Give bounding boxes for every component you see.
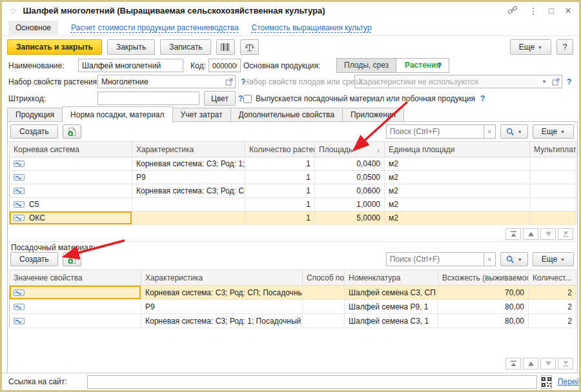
open-icon — [552, 78, 560, 86]
fruit-props-dropdown-button[interactable]: ▼ — [538, 75, 551, 88]
chevron-down-icon: ▼ — [560, 257, 565, 262]
go-to-site-link[interactable]: Перейти — [558, 377, 581, 386]
fruit-props-label: Набор свойств плодов или среза: — [243, 77, 364, 86]
chevron-down-icon: ▼ — [538, 45, 542, 50]
name-field[interactable] — [78, 59, 183, 72]
table-row[interactable]: Корневая система: С3; Род: СП; Посадочны… — [10, 184, 576, 198]
nav-tab-main[interactable]: Основное — [8, 21, 58, 35]
move-top-button[interactable] — [505, 358, 521, 369]
search-input-material[interactable] — [386, 252, 484, 266]
table-row[interactable]: Корневая система: С3; Род: 1; Посадочный… — [10, 314, 576, 328]
move-top-button[interactable] — [505, 228, 521, 240]
save-and-close-button[interactable]: Записать и закрыть — [7, 39, 102, 55]
move-down-button[interactable] — [540, 358, 556, 369]
save-button[interactable]: Записать — [160, 39, 211, 55]
move-up-button[interactable] — [523, 228, 538, 240]
move-down-button[interactable] — [540, 228, 556, 240]
col-characteristic[interactable]: Характеристика — [141, 270, 303, 286]
refresh-icon — [67, 127, 77, 137]
planting-material-checkbox[interactable] — [243, 95, 252, 103]
table-row[interactable]: Р9 Шалфей семена Р9, 1 80,00 2 — [10, 300, 576, 314]
plant-props-field[interactable] — [97, 75, 224, 88]
col-area[interactable]: Площадь↓ — [315, 142, 385, 157]
barcode-button[interactable] — [216, 39, 235, 55]
move-up-button[interactable] — [523, 358, 538, 369]
scales-icon — [245, 43, 254, 52]
col-nomenclature[interactable]: Номенклатура — [345, 270, 438, 286]
clear-search-icon[interactable]: × — [484, 124, 496, 139]
tab-additional-props[interactable]: Дополнительные свойства — [230, 108, 343, 122]
qr-code-icon — [542, 377, 551, 387]
characteristic-icon — [14, 318, 25, 324]
nav-link-cost-calc[interactable]: Расчет стоимости продукции растениеводст… — [71, 23, 239, 32]
code-label: Код: — [190, 61, 206, 70]
refresh-button-norms[interactable] — [63, 124, 81, 139]
help-icon-main-product[interactable]: ? — [436, 61, 443, 70]
close-icon[interactable]: × — [565, 5, 571, 16]
menu-kebab-icon[interactable]: ⋮ — [529, 6, 538, 15]
table-row[interactable]: С5 1 1,0000 м2 — [10, 198, 576, 211]
close-button[interactable]: Закрыть — [107, 39, 155, 55]
help-button[interactable]: ? — [556, 39, 573, 55]
search-box-material: × — [386, 252, 496, 266]
tab-cost-accounting[interactable]: Учет затрат — [172, 108, 231, 122]
open-fruit-props-button[interactable] — [550, 75, 562, 88]
main-product-option-fruits[interactable]: Плоды, срез — [337, 59, 396, 72]
chevron-down-icon: ▼ — [560, 130, 565, 134]
help-icon-checkbox[interactable]: ? — [479, 94, 486, 103]
characteristic-icon — [14, 201, 25, 208]
col-multiplates[interactable]: Мультиплаты — [530, 142, 576, 157]
table-row[interactable]: Корневая система: С3; Род: 1; Посадочный… — [10, 157, 576, 171]
table-row-selected[interactable]: Корневая система: С3; Род: СП; Посадочны… — [10, 286, 576, 300]
color-button[interactable]: Цвет — [204, 91, 236, 106]
search-options-button-material[interactable]: ▼ — [500, 252, 528, 266]
move-bottom-button[interactable] — [558, 228, 573, 240]
help-icon-fruit-props[interactable]: ? — [566, 77, 573, 86]
table-row[interactable]: Р9 1 0,0500 м2 — [10, 171, 576, 184]
link-icon[interactable] — [507, 5, 518, 16]
move-bottom-button[interactable] — [558, 358, 573, 369]
create-button-norms[interactable]: Создать — [10, 124, 58, 139]
tab-attachments[interactable]: Приложения — [342, 108, 404, 122]
command-bar: Записать и закрыть Закрыть Записать — [7, 39, 259, 55]
chevron-down-icon: ▼ — [518, 130, 522, 134]
clear-search-icon[interactable]: × — [484, 252, 496, 266]
plant-props-label: Набор свойств растения: — [8, 77, 99, 86]
main-product-toggle: Плоды, срез Растения — [336, 58, 449, 73]
app-window: ☆ Шалфей многолетний (Выращиваемая сельс… — [0, 0, 581, 392]
col-characteristic[interactable]: Характеристика — [132, 142, 245, 157]
favorite-star-icon[interactable]: ☆ — [8, 5, 17, 17]
header-form: Наименование: Код: Основная продукция: П… — [2, 57, 579, 106]
nav-link-growing-cost[interactable]: Стоимость выращивания культур — [252, 23, 372, 32]
tab-planting-norm[interactable]: Норма посадки, материал — [62, 106, 173, 122]
site-link-field[interactable] — [87, 375, 537, 389]
col-germination[interactable]: Всхожесть (выживаемос...↓ — [438, 270, 529, 286]
search-options-button-norms[interactable]: ▼ — [500, 124, 528, 139]
col-area-unit[interactable]: Единица площади — [385, 142, 530, 157]
scales-button[interactable] — [240, 39, 259, 55]
more-button-material[interactable]: Еще▼ — [533, 252, 574, 266]
tab-products[interactable]: Продукция — [7, 108, 63, 122]
name-label: Наименование: — [8, 61, 65, 70]
refresh-button-material[interactable] — [63, 252, 81, 266]
fruit-props-field[interactable] — [354, 75, 539, 88]
code-field[interactable] — [209, 59, 241, 72]
col-root-system[interactable]: Корневая система — [10, 142, 132, 157]
search-icon — [506, 255, 515, 264]
col-planting-method[interactable]: Способ поса... — [303, 270, 345, 286]
more-button-norms[interactable]: Еще▼ — [533, 124, 574, 139]
more-button-commandbar[interactable]: Еще▼ — [510, 39, 551, 55]
col-plant-count[interactable]: Количество растений — [245, 142, 315, 157]
characteristic-icon — [14, 304, 25, 310]
table-row-selected[interactable]: ОКС 1 5,0000 м2 — [10, 211, 576, 225]
barcode-field[interactable] — [97, 92, 199, 105]
open-plant-props-button[interactable] — [223, 75, 236, 88]
characteristic-icon — [14, 161, 25, 167]
col-property-value[interactable]: Значение свойства — [10, 270, 141, 286]
create-button-material[interactable]: Создать — [10, 252, 58, 266]
qr-code-button[interactable] — [541, 375, 552, 389]
col-quantity[interactable]: Количест... — [529, 270, 576, 286]
search-input-norms[interactable] — [386, 124, 484, 139]
maximize-icon[interactable]: □ — [549, 6, 554, 15]
refresh-icon — [67, 255, 77, 264]
